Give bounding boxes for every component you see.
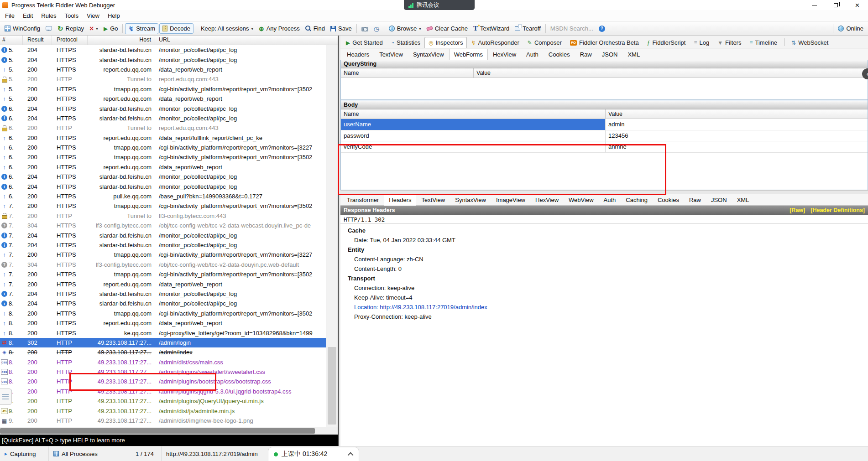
keep-sessions-dropdown[interactable]: Keep: All sessions ▾ <box>198 24 256 33</box>
request-tab-cookies[interactable]: Cookies <box>544 49 575 60</box>
vertical-scrollbar-thumb[interactable] <box>328 347 336 425</box>
querystring-value-column[interactable]: Value <box>474 68 868 78</box>
session-row[interactable]: ↑7.200HTTPStmapp.qq.com/cgi-bin/activity… <box>0 250 326 259</box>
column-header-url[interactable]: URL <box>155 36 338 45</box>
session-row[interactable]: ↑6.200HTTPSreport.edu.qq.com/data_report… <box>0 133 326 143</box>
msdn-search-label[interactable]: MSDN Search... <box>548 25 596 32</box>
session-row[interactable]: ?7.304HTTPSlf3-config.bytecc.com/obj/tcc… <box>0 260 326 269</box>
querystring-name-column[interactable]: Name <box>341 68 474 78</box>
header-link-header-definitions[interactable]: [Header Definitions] <box>810 207 865 213</box>
textwizard-button[interactable]: T TextWizard <box>471 23 512 34</box>
body-name-column[interactable]: Name <box>341 109 606 119</box>
replay-button[interactable]: ↻ Replay <box>55 23 87 34</box>
session-row[interactable]: i6.204HTTPSslardar-bd.feishu.cn/monitor_… <box>0 181 326 191</box>
header-item[interactable]: Content-Language: zh-CN <box>340 254 868 264</box>
tab-websocket[interactable]: ⇅WebSocket <box>787 37 832 48</box>
header-link-raw[interactable]: [Raw] <box>790 207 805 213</box>
body-param-row[interactable]: userNameadmin <box>341 119 868 130</box>
session-row[interactable]: JS9.200HTTP49.233.108.117:27.../admin/di… <box>0 406 326 415</box>
request-tab-raw[interactable]: Raw <box>575 49 597 60</box>
horizontal-scrollbar[interactable] <box>0 427 338 435</box>
header-item[interactable]: Keep-Alive: timeout=4 <box>340 293 868 302</box>
session-row[interactable]: ↑6.200HTTPSreport.edu.qq.com/data_report… <box>0 162 326 172</box>
tab-filters[interactable]: ▼Filters <box>713 37 745 48</box>
session-row[interactable]: ↑5.200HTTPStmapp.qq.com/cgi-bin/activity… <box>0 84 326 94</box>
column-header-host[interactable]: Host <box>88 36 155 45</box>
session-row[interactable]: i6.204HTTPSslardar-bd.feishu.cn/monitor_… <box>0 104 326 113</box>
session-row[interactable]: css8.200HTTP49.233.108.117:27.../admin/d… <box>0 357 326 367</box>
header-item[interactable]: Proxy-Connection: keep-alive <box>340 312 868 321</box>
tab-get-started[interactable]: ▶Get Started <box>342 37 387 48</box>
menu-item-rules[interactable]: Rules <box>37 11 60 21</box>
session-row[interactable]: ↑6.200HTTPSpull.ke.qq.com/base_pull?bkn=… <box>0 192 326 201</box>
response-tab-hexview[interactable]: HexView <box>530 194 564 206</box>
header-group-cache[interactable]: Cache <box>340 226 868 235</box>
response-tab-webview[interactable]: WebView <box>564 194 598 206</box>
response-status-line[interactable]: HTTP/1.1 302 <box>340 215 868 224</box>
tab-inspectors[interactable]: ◎Inspectors <box>424 37 467 48</box>
tab-fiddler-orchestra-beta[interactable]: FOFiddler Orchestra Beta <box>566 37 643 48</box>
clear-cache-button[interactable]: Clear Cache <box>424 24 471 33</box>
menu-item-file[interactable]: File <box>1 11 19 21</box>
response-tab-caching[interactable]: Caching <box>621 194 653 206</box>
session-row[interactable]: ↑5.200HTTPSreport.edu.qq.com/data_report… <box>0 65 326 74</box>
decode-toggle[interactable]: Decode <box>159 23 193 34</box>
session-row[interactable]: ↑8.200HTTPStmapp.qq.com/cgi-bin/activity… <box>0 309 326 318</box>
request-tab-syntaxview[interactable]: SyntaxView <box>408 49 449 60</box>
chevron-up-icon[interactable] <box>348 452 354 458</box>
winconfig-button[interactable]: WinConfig <box>2 24 43 33</box>
session-row[interactable]: i7.204HTTPSslardar-bd.feishu.cn/monitor_… <box>0 230 326 240</box>
screenshot-button[interactable] <box>359 25 371 33</box>
class-timer-overlay[interactable]: 上课中 01:36:42 <box>268 447 359 461</box>
save-button[interactable]: Save <box>328 24 355 33</box>
stream-toggle[interactable]: ↯ Stream <box>125 23 158 34</box>
session-row[interactable]: css8.200HTTP49.233.108.117:27.../admin/p… <box>0 367 326 377</box>
header-item[interactable]: Content-Length: 0 <box>340 264 868 274</box>
tab-composer[interactable]: ✎Composer <box>523 37 566 48</box>
request-tab-headers[interactable]: Headers <box>342 49 374 60</box>
session-row[interactable]: i5.204HTTPSslardar-bd.feishu.cn/monitor_… <box>0 45 326 55</box>
response-tab-auth[interactable]: Auth <box>599 194 621 206</box>
session-row[interactable]: i7.204HTTPSslardar-bd.feishu.cn/monitor_… <box>0 240 326 250</box>
session-row[interactable]: ↑7.200HTTPStmapp.qq.com/cgi-bin/activity… <box>0 201 326 211</box>
session-row[interactable]: ↑8.200HTTPSreport.edu.qq.com/data_report… <box>0 318 326 328</box>
process-filter[interactable]: All Processes <box>49 446 128 461</box>
header-item[interactable]: Date: Tue, 04 Jan 2022 03:33:44 GMT <box>340 235 868 245</box>
comment-button[interactable] <box>43 26 55 32</box>
response-tab-headers[interactable]: Headers <box>384 194 416 206</box>
remove-sessions-button[interactable]: × ▾ <box>87 23 101 34</box>
column-header-protocol[interactable]: Protocol <box>52 36 88 45</box>
inspector-splitter[interactable] <box>340 190 868 194</box>
session-row[interactable]: i6.204HTTPSslardar-bd.feishu.cn/monitor_… <box>0 114 326 123</box>
session-row[interactable]: JS8.200HTTP49.233.108.117:27.../admin/pl… <box>0 396 326 406</box>
any-process-button[interactable]: ⊕ Any Process <box>256 24 303 34</box>
session-row[interactable]: 7.200HTTPTunnel tolf3-config.bytecc.com:… <box>0 211 326 221</box>
response-tab-textview[interactable]: TextView <box>416 194 450 206</box>
session-row[interactable]: i8.204HTTPSslardar-bd.feishu.cn/monitor_… <box>0 299 326 308</box>
session-row[interactable]: ↑7.200HTTPStmapp.qq.com/cgi-bin/activity… <box>0 269 326 279</box>
session-row[interactable]: i7.204HTTPSslardar-bd.feishu.cn/monitor_… <box>0 289 326 299</box>
header-group-entity[interactable]: Entity <box>340 245 868 254</box>
response-tab-syntaxview[interactable]: SyntaxView <box>450 194 491 206</box>
tab-fiddlerscript[interactable]: ƒFiddlerScript <box>643 37 690 48</box>
session-row[interactable]: ↑8.200HTTPSke.qq.com/cgi-proxy/live_lott… <box>0 328 326 337</box>
request-tab-xml[interactable]: XML <box>622 49 645 60</box>
session-row[interactable]: ↑6.200HTTPStmapp.qq.com/cgi-bin/activity… <box>0 143 326 152</box>
tab-autoresponder[interactable]: ↯AutoResponder <box>467 37 523 48</box>
request-tab-auth[interactable]: Auth <box>521 49 544 60</box>
session-row[interactable]: ↑7.200HTTPSreport.edu.qq.com/data_report… <box>0 279 326 289</box>
find-button[interactable]: Find <box>303 24 328 33</box>
querystring-section-header[interactable]: QueryString <box>341 60 868 68</box>
help-button[interactable]: ? <box>596 24 608 33</box>
response-tab-json[interactable]: JSON <box>706 194 732 206</box>
response-tab-cookies[interactable]: Cookies <box>653 194 684 206</box>
response-tab-raw[interactable]: Raw <box>684 194 706 206</box>
tab-log[interactable]: ≡Log <box>690 37 713 48</box>
session-row[interactable]: css8.200HTTP49.233.108.117:27.../admin/p… <box>0 377 326 386</box>
column-header-result[interactable]: Result <box>23 36 52 45</box>
session-row[interactable]: ↑6.200HTTPStmapp.qq.com/cgi-bin/activity… <box>0 152 326 162</box>
body-param-row[interactable]: verifyCodeanmne <box>341 141 868 153</box>
session-row[interactable]: ▦9.200HTTP49.233.108.117:27.../admin/dis… <box>0 416 326 425</box>
request-tab-hexview[interactable]: HexView <box>488 49 521 60</box>
horizontal-scrollbar-thumb[interactable] <box>0 428 315 434</box>
